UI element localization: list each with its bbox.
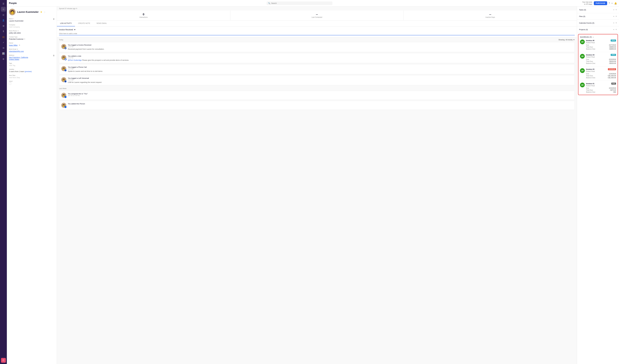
left-panel: 🧑 Lauren Kuemmeler ★ ⋮ Name • Lauren Kue… [7, 7, 57, 364]
invoice-name-6: Invoice #6 [586, 40, 594, 42]
nav-grid-icon[interactable]: ⊞ [1, 23, 6, 28]
calendar-section-header[interactable]: Calendar Events (0) ▼ + [579, 22, 617, 24]
showing-filter[interactable]: Showing: All Activity ▼ [559, 39, 575, 41]
visibility-preview-link[interactable]: (preview) [25, 70, 32, 72]
quickbooks-logo-4: QB [580, 83, 585, 87]
balance-due-value-3: C$1,500.00 [608, 77, 616, 79]
test-checkbox[interactable] [9, 83, 11, 85]
favorite-star-icon[interactable]: ★ [40, 11, 42, 14]
visibility-field: Visibility 2 users from 1 team (preview) [9, 69, 55, 72]
notifications-icon[interactable]: 🔔 [614, 2, 617, 4]
quickbooks-invoice-details-6: Invoice #6 OPEN Robert Plant Due: 2/27/2… [586, 40, 616, 50]
nav-check-icon[interactable]: ✓ [1, 40, 6, 45]
activity-form: Invoice Received ▼ [57, 27, 577, 38]
person-name: Lauren Kuemmeler [17, 11, 39, 14]
activity-item: 🧑 📝 You added a note 2:39 PM @Perri Gutt… [59, 53, 575, 63]
tasks-add-icon[interactable]: + [616, 8, 617, 11]
work-email-dropdown-icon[interactable]: ▼ [17, 48, 18, 50]
name-label: Name • [9, 18, 24, 19]
nav-bag-icon[interactable]: 💼 [1, 35, 6, 39]
activity-note-input[interactable] [59, 32, 575, 35]
nav-chart-icon[interactable]: 📊 [1, 51, 6, 56]
company-label: Company [9, 24, 55, 26]
calendar-chevron-icon: ▼ [613, 22, 615, 24]
activity-time-3: 2:37 PM [68, 68, 573, 70]
projects-add-icon[interactable]: + [616, 28, 617, 31]
due-value-4: 2/23/2019 [609, 58, 616, 60]
add-icon[interactable]: + [611, 2, 613, 4]
address-field-row: Address San Francisco, California United… [9, 55, 55, 60]
quickbooks-logo-3: QB [580, 68, 585, 73]
center-panel: Synced 37 minutes ago ↻ 0 Interactions -… [57, 7, 577, 364]
invoice-due-row-1: Due: 2/23/2019 [586, 87, 616, 89]
activity-time-2: 2:39 PM [68, 57, 573, 59]
showing-label: Showing: [559, 39, 565, 41]
invoice-header-4: Invoice #4 OPEN [586, 54, 616, 56]
remove-owner-button[interactable]: ✕ [19, 44, 20, 46]
nav-settings-icon[interactable]: ⚙ [1, 57, 6, 61]
more-options-icon[interactable]: ⋮ [44, 11, 46, 13]
work-email-field: Work Email ▼ robertplant@lz.com [9, 48, 55, 52]
contact-type-dropdown-icon[interactable]: ▼ [24, 38, 26, 40]
showing-filter-arrow: ▼ [573, 39, 575, 41]
activity-time-5: Jan 30 at 2:48 PM [68, 95, 573, 96]
top-bar: People 🔍 Your trial ends in 375 days PUR… [7, 0, 619, 7]
activity-type-dropdown-icon: ▼ [74, 28, 76, 31]
delete-address-button[interactable]: 🗑 [53, 55, 55, 56]
calendar-add-icon[interactable]: + [616, 22, 617, 24]
quickbooks-invoice-1: QB Invoice #1 PAID Robert Plant Due: 2/2… [580, 83, 616, 93]
due-value-1: 2/23/2019 [609, 87, 616, 89]
work-phone-dropdown-icon[interactable]: ▼ [17, 30, 19, 32]
activity-avatar-4: 🧑 📱 [61, 77, 66, 82]
activity-badge-note: 📝 [64, 58, 67, 60]
activity-tab-bar: LOG ACTIVITY CREATE NOTE SEND EMAIL [57, 20, 577, 27]
help-icon[interactable]: ? [609, 2, 610, 4]
activity-content-3: You logged a Phone Call 2:37 PM Spoke to… [68, 66, 573, 72]
company-value[interactable]: Add Company [9, 26, 55, 28]
total-due-value-6: C$999.00 [609, 46, 616, 48]
tasks-section-header[interactable]: Tasks (0) ▼ + [579, 8, 617, 11]
nav-home-icon[interactable]: ⌂ [1, 7, 6, 12]
due-value-3: 1/24/2019 [609, 73, 616, 75]
activity-time-1: 2:39 PM [68, 46, 573, 48]
activity-content-5: You assigned this to "You" Jan 30 at 2:4… [68, 93, 573, 98]
address-line2: United States [9, 58, 28, 60]
files-add-icon[interactable]: + [616, 15, 617, 18]
add-tag-button[interactable]: Add Tag [9, 64, 55, 66]
nav-menu-icon[interactable]: ☰ [1, 1, 6, 6]
required-dot: • [13, 18, 14, 19]
activity-feed: Today Showing: All Activity ▼ 🧑 💳 [57, 38, 577, 110]
activity-time-4: 2:37 PM [68, 79, 573, 81]
content-area: 🧑 Lauren Kuemmeler ★ ⋮ Name • Lauren Kue… [7, 7, 619, 364]
nav-dollar-icon[interactable]: $ [1, 29, 6, 34]
nav-radar-icon[interactable]: ◎ [1, 12, 6, 17]
projects-section-header[interactable]: Projects (0) ▼ + [579, 28, 617, 31]
quickbooks-invoice-6: QB Invoice #6 OPEN Robert Plant Due: 2/2… [580, 40, 616, 52]
nav-mail-icon[interactable]: ✉ [1, 46, 6, 50]
files-section-header[interactable]: Files (0) ▼ + [579, 15, 617, 18]
nav-brand-icon[interactable]: C [1, 358, 6, 363]
activity-body-2: @Perri Gutteridge Please give this prosp… [68, 59, 573, 61]
quickbooks-chevron-icon: ▲ [592, 36, 594, 38]
contact-type-field: Contact Type Potential Customer ▼ [9, 36, 55, 40]
tab-log-activity[interactable]: LOG ACTIVITY [57, 20, 75, 26]
invoice-total-row-4: Total Due: C$333.00 [586, 60, 616, 62]
invoice-status-1: PAID [611, 83, 616, 84]
purchase-button[interactable]: PURCHASE [594, 1, 607, 5]
tab-create-note[interactable]: CREATE NOTE [75, 20, 93, 26]
tab-send-email[interactable]: SEND EMAIL [93, 20, 110, 26]
stats-bar: 0 Interactions -- Last Contacted -- Inac… [57, 11, 577, 20]
due-value-6: 2/27/2019 [609, 44, 616, 46]
total-due-value-1: C$75.00 [610, 89, 616, 91]
sync-icon: ↻ [76, 8, 77, 10]
sync-bar: Synced 37 minutes ago ↻ [57, 7, 577, 11]
search-input[interactable] [271, 2, 331, 4]
name-field-actions: 🗑 [53, 18, 55, 20]
files-section: Files (0) ▼ + [577, 13, 619, 20]
owner-value: Isaac Miller [9, 44, 18, 46]
name-field: Name • Lauren Kuemmeler 🗑 [9, 18, 55, 22]
nav-people-icon[interactable]: 👤 [1, 18, 6, 23]
delete-name-button[interactable]: 🗑 [53, 18, 55, 20]
activity-type-button[interactable]: Invoice Received ▼ [59, 28, 76, 31]
next-step-value[interactable]: Add Next Step [9, 77, 55, 79]
